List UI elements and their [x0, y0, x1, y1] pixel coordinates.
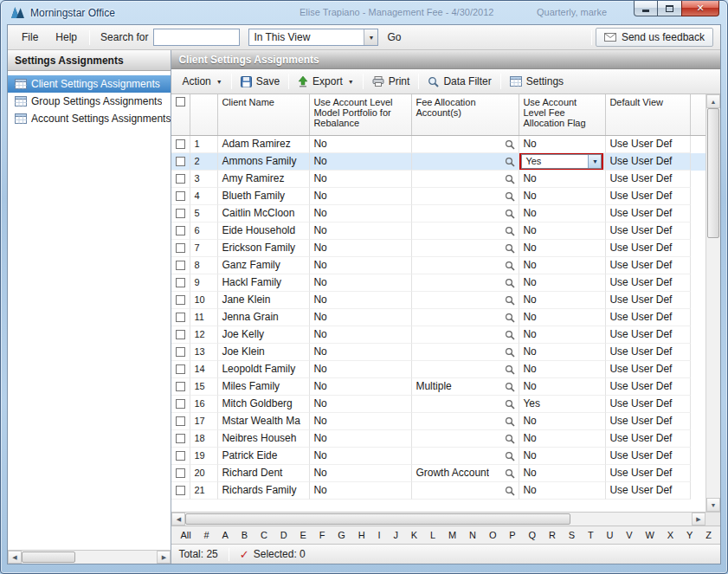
row-checkbox[interactable] [176, 347, 185, 357]
row-checkbox[interactable] [176, 261, 185, 270]
table-row[interactable]: 10 Jane Klein No No ▼ Use User Def [171, 292, 705, 309]
row-checkbox[interactable] [176, 278, 185, 287]
alphabet-filter-W[interactable]: W [646, 530, 654, 540]
select-all-cell[interactable] [171, 94, 190, 135]
table-row[interactable]: 19 Patrick Eide No No ▼ Use User Def [171, 448, 705, 465]
scroll-left-button[interactable]: ◀ [171, 513, 185, 526]
magnifier-icon[interactable] [505, 209, 515, 219]
row-checkbox[interactable] [176, 139, 185, 149]
row-checkbox[interactable] [176, 191, 185, 201]
save-button[interactable]: Save [234, 72, 287, 91]
close-button[interactable]: ✕ [681, 1, 719, 16]
row-checkbox[interactable] [176, 209, 185, 218]
magnifier-icon[interactable] [505, 313, 515, 323]
row-checkbox[interactable] [176, 226, 185, 235]
magnifier-icon[interactable] [505, 468, 515, 479]
magnifier-icon[interactable] [505, 226, 515, 236]
horizontal-scrollbar-thumb[interactable] [185, 513, 570, 525]
table-row[interactable]: 4 Blueth Family No No ▼ Use User Def [171, 188, 705, 205]
alphabet-filter-B[interactable]: B [242, 530, 248, 540]
scroll-left-button[interactable]: ◀ [8, 551, 22, 564]
alphabet-filter-N[interactable]: N [469, 530, 476, 540]
chevron-down-icon[interactable]: ▼ [364, 29, 377, 45]
alphabet-filter-R[interactable]: R [549, 530, 556, 540]
magnifier-icon[interactable] [505, 174, 515, 184]
col-header-fee-flag[interactable]: Use Account Level Fee Allocation Flag [519, 94, 606, 135]
search-input[interactable] [153, 29, 240, 46]
table-row[interactable]: 9 Hackl Family No No ▼ Use User Def [171, 274, 705, 292]
alphabet-filter-#[interactable]: # [204, 530, 209, 540]
row-checkbox[interactable] [176, 416, 185, 426]
col-header-model-portfolio[interactable]: Use Account Level Model Portfolio for Re… [310, 94, 412, 135]
vertical-scrollbar[interactable]: ▲ ▼ [705, 94, 720, 512]
row-checkbox[interactable] [176, 174, 185, 184]
table-row[interactable]: 15 Miles Family No Multiple No ▼ Use Use… [171, 378, 705, 396]
menu-file[interactable]: File [13, 28, 47, 47]
row-checkbox[interactable] [176, 243, 185, 253]
magnifier-icon[interactable] [505, 451, 515, 461]
magnifier-icon[interactable] [505, 382, 515, 392]
scrollbar-track[interactable] [22, 551, 157, 564]
magnifier-icon[interactable] [505, 191, 515, 202]
action-button[interactable]: Action ▼ [175, 72, 229, 91]
table-row[interactable]: 7 Erickson Family No No ▼ Use User Def [171, 240, 705, 257]
col-header-fee-allocation[interactable]: Fee Allocation Account(s) [412, 94, 519, 135]
table-row[interactable]: 2 Ammons Family No Yes ▼ Use User Def [171, 153, 705, 171]
magnifier-icon[interactable] [505, 434, 515, 444]
row-checkbox[interactable] [176, 313, 185, 322]
alphabet-filter-I[interactable]: I [378, 530, 381, 540]
row-checkbox[interactable] [176, 364, 185, 374]
row-checkbox[interactable] [176, 434, 185, 443]
table-row[interactable]: 18 Neibres Househ No No ▼ Use User Def [171, 430, 705, 448]
alphabet-filter-C[interactable]: C [261, 530, 267, 540]
alphabet-filter-K[interactable]: K [411, 530, 417, 540]
row-checkbox[interactable] [176, 451, 185, 461]
magnifier-icon[interactable] [505, 295, 515, 306]
alphabet-filter-All[interactable]: All [180, 530, 190, 540]
magnifier-icon[interactable] [505, 486, 515, 496]
table-row[interactable]: 14 Leopoldt Family No No ▼ Use User Def [171, 361, 705, 378]
alphabet-filter-Q[interactable]: Q [529, 530, 537, 540]
table-row[interactable]: 5 Caitlin McCloon No No ▼ Use User Def [171, 205, 705, 223]
row-checkbox[interactable] [176, 382, 185, 391]
row-checkbox[interactable] [176, 399, 185, 409]
vertical-scrollbar-thumb[interactable] [707, 108, 719, 238]
col-header-client-name[interactable]: Client Name [218, 94, 310, 135]
magnifier-icon[interactable] [505, 243, 515, 254]
sidebar-item-group-settings[interactable]: Group Settings Assignments [8, 93, 171, 110]
alphabet-filter-E[interactable]: E [300, 530, 306, 540]
row-checkbox[interactable] [176, 468, 185, 478]
scrollbar-track[interactable] [185, 513, 692, 526]
table-row[interactable]: 11 Jenna Grain No No ▼ Use User Def [171, 309, 705, 326]
alphabet-filter-U[interactable]: U [607, 530, 614, 540]
table-row[interactable]: 20 Richard Dent No Growth Account No ▼ U… [171, 465, 705, 482]
table-row[interactable]: 6 Eide Household No No ▼ Use User Def [171, 223, 705, 240]
sidebar-item-account-settings[interactable]: Account Settings Assignments [8, 110, 171, 127]
search-scope-dropdown[interactable]: In This View ▼ [248, 29, 378, 46]
print-button[interactable]: Print [365, 72, 417, 91]
table-row[interactable]: 3 Amy Ramirez No No ▼ Use User Def [171, 171, 705, 188]
sidebar-item-client-settings[interactable]: Client Settings Assignments [8, 75, 171, 93]
col-header-default-view[interactable]: Default View [606, 94, 691, 135]
scrollbar-thumb[interactable] [22, 551, 75, 563]
data-filter-button[interactable]: Data Filter [421, 72, 498, 91]
fee-flag-dropdown[interactable]: Yes ▼ [521, 154, 602, 169]
magnifier-icon[interactable] [505, 347, 515, 358]
alphabet-filter-H[interactable]: H [358, 530, 365, 540]
scroll-right-button[interactable]: ▶ [692, 513, 705, 526]
go-button[interactable]: Go [387, 31, 401, 43]
table-row[interactable]: 8 Ganz Family No No ▼ Use User Def [171, 257, 705, 274]
alphabet-filter-P[interactable]: P [509, 530, 515, 540]
menu-help[interactable]: Help [47, 28, 86, 47]
col-header-number[interactable] [190, 94, 218, 135]
send-feedback-button[interactable]: Send us feedback [596, 28, 713, 47]
row-checkbox[interactable] [176, 486, 185, 495]
alphabet-filter-M[interactable]: M [448, 530, 456, 540]
magnifier-icon[interactable] [505, 261, 515, 271]
select-all-checkbox[interactable] [176, 97, 185, 106]
minimize-button[interactable] [634, 1, 658, 16]
alphabet-filter-D[interactable]: D [280, 530, 287, 540]
alphabet-filter-Z[interactable]: Z [705, 530, 712, 540]
titlebar[interactable]: Morningstar Office Elise Trapiano - Mana… [7, 1, 721, 24]
scroll-right-button[interactable]: ▶ [157, 551, 171, 564]
